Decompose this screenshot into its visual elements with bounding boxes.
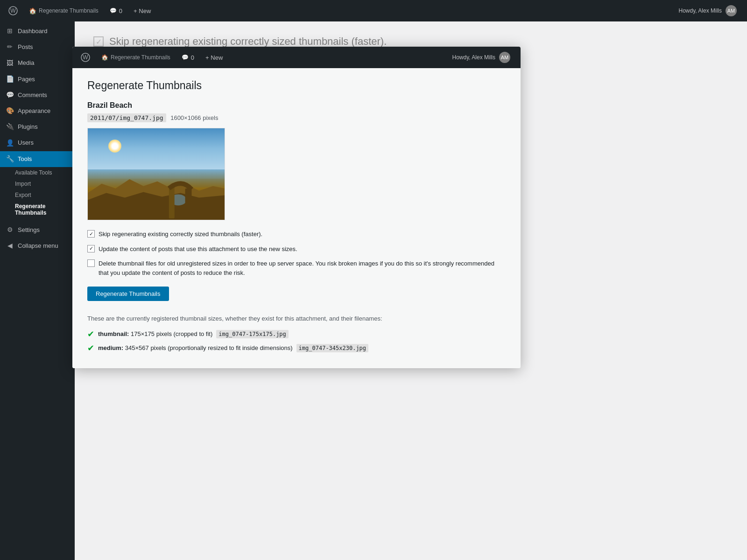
sidebar-item-label: Appearance (18, 107, 50, 115)
file-info: 2011/07/img_0747.jpg 1600×1066 pixels (87, 113, 506, 122)
sidebar-item-label: Settings (18, 226, 40, 234)
modal-howdy-text: Howdy, Alex Mills (452, 54, 495, 61)
dashboard-icon: ⊞ (6, 27, 14, 35)
sidebar-item-label: Posts (18, 43, 33, 51)
comments-icon: 💬 (110, 7, 117, 14)
media-icon: 🖼 (6, 59, 14, 67)
modal-admin-bar-site-name: Regenerate Thumbnails (111, 54, 170, 61)
pages-icon: 📄 (6, 75, 14, 84)
check-green-medium: ✔ (87, 343, 94, 353)
modal-title: Regenerate Thumbnails (87, 79, 506, 92)
size-desc-medium: 345×567 pixels (proportionally resized t… (125, 344, 293, 351)
admin-bar: W 🏠 Regenerate Thumbnails 💬 0 + New Howd… (0, 0, 747, 21)
sidebar-subitem-import[interactable]: Import (0, 178, 75, 189)
svg-rect-6 (185, 189, 192, 220)
modal-wp-logo-icon[interactable]: W (78, 50, 93, 65)
check-green-thumbnail: ✔ (87, 329, 94, 339)
admin-bar-site-name: Regenerate Thumbnails (39, 7, 99, 14)
sidebar-item-label: Media (18, 59, 34, 67)
sidebar-subitem-regen-thumbnails[interactable]: RegenerateThumbnails (0, 201, 75, 218)
svg-text:W: W (83, 54, 88, 61)
appearance-icon: 🎨 (6, 107, 14, 115)
sidebar-item-appearance[interactable]: 🎨 Appearance (0, 103, 75, 119)
modal-comments-icon: 💬 (182, 54, 189, 61)
avatar: AM (726, 5, 737, 16)
checkbox-update-content[interactable] (87, 245, 95, 252)
modal-body: Regenerate Thumbnails Brazil Beach 2011/… (72, 68, 521, 368)
checkbox-skip-existing[interactable] (87, 230, 95, 238)
wp-logo-icon[interactable]: W (6, 3, 21, 18)
howdy-text: Howdy, Alex Mills (679, 7, 722, 14)
comments-sidebar-icon: 💬 (6, 91, 14, 99)
sidebar-item-pages[interactable]: 📄 Pages (0, 71, 75, 87)
modal-admin-bar-comments[interactable]: 💬 0 (177, 47, 199, 68)
image-preview-inner (88, 128, 225, 220)
sidebar-item-comments[interactable]: 💬 Comments (0, 87, 75, 103)
sidebar-item-collapse[interactable]: ◀ Collapse menu (0, 238, 75, 254)
sidebar-subitem-available-tools[interactable]: Available Tools (0, 167, 75, 178)
posts-icon: ✏ (6, 43, 14, 51)
svg-rect-5 (169, 186, 175, 218)
admin-bar-howdy[interactable]: Howdy, Alex Mills AM (674, 0, 741, 21)
sidebar-item-users[interactable]: 👤 Users (0, 135, 75, 151)
plugins-icon: 🔌 (6, 123, 14, 131)
modal-site-home-icon: 🏠 (101, 54, 108, 61)
collapse-icon: ◀ (6, 242, 14, 250)
users-icon: 👤 (6, 139, 14, 147)
bg-checkbox-1: ✓ (93, 36, 104, 47)
admin-bar-comments[interactable]: 💬 0 (105, 0, 127, 21)
checkbox-row-skip: Skip regenerating existing correctly siz… (87, 230, 506, 239)
size-label-medium: medium: (98, 344, 123, 351)
sidebar-item-dashboard[interactable]: ⊞ Dashboard (0, 23, 75, 39)
size-filename-medium: img_0747-345x230.jpg (296, 344, 369, 352)
svg-text:W: W (10, 7, 16, 14)
checkbox-delete-old[interactable] (87, 259, 95, 267)
sidebar: ⊞ Dashboard ✏ Posts 🖼 Media 📄 Pages 💬 Co… (0, 21, 75, 560)
attachment-name: Brazil Beach (87, 101, 506, 110)
checkbox-row-update: Update the content of posts that use thi… (87, 245, 506, 254)
size-desc-thumbnail: 175×175 pixels (cropped to fit) (131, 330, 212, 337)
registered-sizes-section: These are the currently registered thumb… (87, 314, 506, 353)
size-text-medium: medium: 345×567 pixels (proportionally r… (98, 344, 293, 351)
sidebar-item-label: Tools (18, 155, 32, 163)
modal-admin-bar-site[interactable]: 🏠 Regenerate Thumbnails (97, 47, 175, 68)
size-text-thumbnail: thumbnail: 175×175 pixels (cropped to fi… (98, 330, 212, 337)
file-path: 2011/07/img_0747.jpg (87, 113, 166, 122)
size-row-thumbnail: ✔ thumbnail: 175×175 pixels (cropped to … (87, 329, 506, 339)
modal-admin-bar-howdy[interactable]: Howdy, Alex Mills AM (448, 47, 515, 68)
sidebar-item-label: Comments (18, 91, 47, 99)
sidebar-item-tools[interactable]: 🔧 Tools (0, 151, 75, 167)
modal-avatar: AM (499, 52, 510, 63)
bg-text-1: Skip regenerating existing correctly siz… (109, 35, 387, 48)
sidebar-item-label: Dashboard (18, 27, 48, 35)
modal-admin-bar: W 🏠 Regenerate Thumbnails 💬 0 + New Howd… (72, 47, 521, 68)
site-home-icon: 🏠 (29, 7, 36, 14)
sidebar-item-plugins[interactable]: 🔌 Plugins (0, 119, 75, 135)
modal-admin-bar-new[interactable]: + New (201, 47, 227, 68)
sidebar-item-media[interactable]: 🖼 Media (0, 55, 75, 71)
modal-new-label: + New (205, 54, 223, 61)
registered-sizes-heading: These are the currently registered thumb… (87, 314, 506, 323)
size-row-medium: ✔ medium: 345×567 pixels (proportionally… (87, 343, 506, 353)
admin-bar-site[interactable]: 🏠 Regenerate Thumbnails (24, 0, 103, 21)
checkbox-delete-label: Delete thumbnail files for old unregiste… (99, 259, 506, 277)
checkbox-update-label: Update the content of posts that use thi… (99, 245, 297, 254)
sidebar-item-settings[interactable]: ⚙ Settings (0, 222, 75, 238)
tools-icon: 🔧 (6, 155, 14, 163)
size-filename-thumbnail: img_0747-175x175.jpg (216, 330, 289, 338)
admin-bar-new[interactable]: + New (129, 0, 155, 21)
settings-icon: ⚙ (6, 226, 14, 234)
modal: W 🏠 Regenerate Thumbnails 💬 0 + New Howd… (72, 47, 521, 368)
add-new-label: + New (134, 7, 151, 14)
sidebar-item-posts[interactable]: ✏ Posts (0, 39, 75, 55)
file-dimensions: 1600×1066 pixels (170, 114, 218, 121)
image-preview (87, 128, 225, 220)
comments-count: 0 (119, 7, 122, 14)
modal-comments-count: 0 (191, 54, 194, 61)
checkbox-row-delete: Delete thumbnail files for old unregiste… (87, 259, 506, 277)
sidebar-subitem-export[interactable]: Export (0, 189, 75, 201)
size-label-thumbnail: thumbnail: (98, 330, 129, 337)
regenerate-thumbnails-button[interactable]: Regenerate Thumbnails (87, 287, 169, 301)
sidebar-item-label: Pages (18, 75, 35, 84)
options-section: Skip regenerating existing correctly siz… (87, 230, 506, 277)
